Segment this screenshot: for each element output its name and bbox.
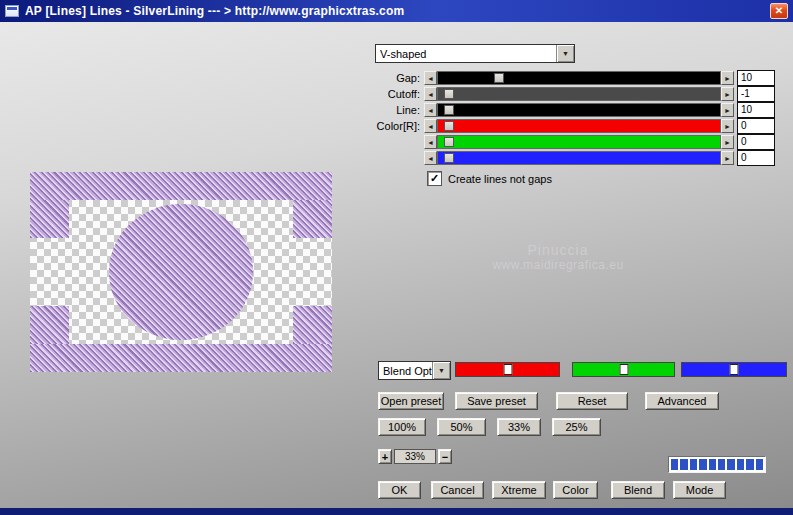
- slider-left-arrow[interactable]: ◄: [424, 87, 437, 101]
- blend-button[interactable]: Blend: [611, 481, 665, 499]
- progress-segment: [680, 459, 687, 470]
- window-bottom-border: [0, 508, 793, 515]
- slider-thumb[interactable]: [444, 137, 454, 147]
- blend-slider-red[interactable]: [455, 362, 560, 377]
- zoom-50-button[interactable]: 50%: [437, 418, 486, 436]
- slider-row-gap: Gap: ◄ ► 10: [368, 71, 775, 85]
- slider-row-color-b: ◄ ► 0: [368, 151, 775, 165]
- check-icon: ✓: [430, 173, 439, 184]
- slider-right-arrow[interactable]: ►: [721, 103, 734, 117]
- blend-slider-blue-thumb[interactable]: [730, 364, 739, 375]
- slider-label-cutoff: Cutoff:: [368, 87, 424, 101]
- blend-options-value: Blend Opti: [379, 365, 432, 377]
- progress-segment: [709, 459, 716, 470]
- slider-right-arrow[interactable]: ►: [721, 151, 734, 165]
- chevron-down-icon[interactable]: ▼: [556, 45, 574, 62]
- slider-track-color-g[interactable]: [437, 135, 721, 149]
- slider-track-cutoff[interactable]: [437, 87, 721, 101]
- cancel-button[interactable]: Cancel: [431, 481, 484, 499]
- close-button[interactable]: ✕: [770, 3, 788, 19]
- preview-stripe-bottom-band: [30, 344, 332, 372]
- blend-slider-green-thumb[interactable]: [619, 364, 628, 375]
- progress-bar: [668, 456, 766, 473]
- blend-options-dropdown[interactable]: Blend Opti ▼: [378, 361, 451, 380]
- slider-thumb[interactable]: [494, 73, 504, 83]
- preview-stripe-left-bottom: [30, 306, 69, 344]
- slider-track-color-b[interactable]: [437, 151, 721, 165]
- slider-right-arrow[interactable]: ►: [721, 135, 734, 149]
- reset-button[interactable]: Reset: [556, 392, 628, 410]
- progress-segment: [727, 459, 734, 470]
- title-bar[interactable]: AP [Lines] Lines - SilverLining --- > ht…: [0, 0, 793, 22]
- zoom-plus-button[interactable]: +: [378, 449, 392, 464]
- slider-label-color-g: [368, 135, 424, 149]
- zoom-25-button[interactable]: 25%: [552, 418, 601, 436]
- zoom-minus-button[interactable]: −: [438, 449, 452, 464]
- progress-segment: [756, 459, 763, 470]
- slider-track-gap[interactable]: [437, 71, 721, 85]
- slider-thumb[interactable]: [444, 121, 454, 131]
- dialog-body: V-shaped ▼ Gap: ◄ ► 10 Cutoff: ◄ ► -1 Li…: [0, 22, 793, 508]
- slider-left-arrow[interactable]: ◄: [424, 103, 437, 117]
- ok-button[interactable]: OK: [378, 481, 421, 499]
- slider-value-color-g[interactable]: 0: [737, 134, 775, 150]
- slider-left-arrow[interactable]: ◄: [424, 71, 437, 85]
- xtreme-button[interactable]: Xtreme: [492, 481, 546, 499]
- zoom-100-button[interactable]: 100%: [378, 418, 426, 436]
- slider-value-color-b[interactable]: 0: [737, 150, 775, 166]
- slider-value-color-r[interactable]: 0: [737, 118, 775, 134]
- slider-label-color-b: [368, 151, 424, 165]
- slider-right-arrow[interactable]: ►: [721, 119, 734, 133]
- slider-right-arrow[interactable]: ►: [721, 71, 734, 85]
- preview-canvas[interactable]: [30, 172, 332, 372]
- checkbox-box[interactable]: ✓: [427, 171, 442, 186]
- progress-segment: [690, 459, 697, 470]
- chevron-down-icon[interactable]: ▼: [432, 362, 450, 379]
- watermark-line1: Pinuccia: [448, 242, 668, 258]
- preview-stripe-right-top: [293, 200, 332, 238]
- slider-row-color-g: ◄ ► 0: [368, 135, 775, 149]
- preview-stripe-left-top: [30, 200, 69, 238]
- window-title: AP [Lines] Lines - SilverLining --- > ht…: [25, 4, 404, 18]
- shape-dropdown-value: V-shaped: [376, 48, 556, 60]
- slider-thumb[interactable]: [444, 89, 454, 99]
- slider-row-line: Line: ◄ ► 10: [368, 103, 775, 117]
- watermark-line2: www.maidiregrafica.eu: [448, 258, 668, 272]
- preview-stripe-top-band: [30, 172, 332, 200]
- shape-dropdown[interactable]: V-shaped ▼: [375, 44, 575, 63]
- plugin-window: AP [Lines] Lines - SilverLining --- > ht…: [0, 0, 793, 515]
- slider-left-arrow[interactable]: ◄: [424, 151, 437, 165]
- slider-track-color-r[interactable]: [437, 119, 721, 133]
- slider-track-line[interactable]: [437, 103, 721, 117]
- blend-slider-red-thumb[interactable]: [503, 364, 512, 375]
- save-preset-button[interactable]: Save preset: [455, 392, 538, 410]
- slider-thumb[interactable]: [444, 105, 454, 115]
- slider-row-cutoff: Cutoff: ◄ ► -1: [368, 87, 775, 101]
- watermark: Pinuccia www.maidiregrafica.eu: [448, 242, 668, 272]
- slider-row-color-r: Color[R]: ◄ ► 0: [368, 119, 775, 133]
- zoom-value: 33%: [394, 449, 436, 464]
- mode-button[interactable]: Mode: [673, 481, 726, 499]
- advanced-button[interactable]: Advanced: [645, 392, 719, 410]
- progress-segment: [746, 459, 753, 470]
- slider-thumb[interactable]: [444, 153, 454, 163]
- open-preset-button[interactable]: Open preset: [378, 392, 444, 410]
- slider-right-arrow[interactable]: ►: [721, 87, 734, 101]
- zoom-33-button[interactable]: 33%: [497, 418, 541, 436]
- slider-value-line[interactable]: 10: [737, 102, 775, 118]
- preview-stripe-center-blob: [109, 204, 254, 340]
- slider-left-arrow[interactable]: ◄: [424, 135, 437, 149]
- progress-segment: [718, 459, 725, 470]
- slider-value-cutoff[interactable]: -1: [737, 86, 775, 102]
- color-button[interactable]: Color: [553, 481, 598, 499]
- app-icon: [5, 5, 19, 17]
- slider-value-gap[interactable]: 10: [737, 70, 775, 86]
- checkbox-label: Create lines not gaps: [448, 173, 552, 185]
- create-lines-checkbox[interactable]: ✓ Create lines not gaps: [427, 171, 552, 186]
- progress-segment: [737, 459, 744, 470]
- slider-left-arrow[interactable]: ◄: [424, 119, 437, 133]
- blend-slider-blue[interactable]: [681, 362, 787, 377]
- preview-stripe-right-bottom: [293, 306, 332, 344]
- blend-slider-green[interactable]: [572, 362, 675, 377]
- progress-segment: [671, 459, 678, 470]
